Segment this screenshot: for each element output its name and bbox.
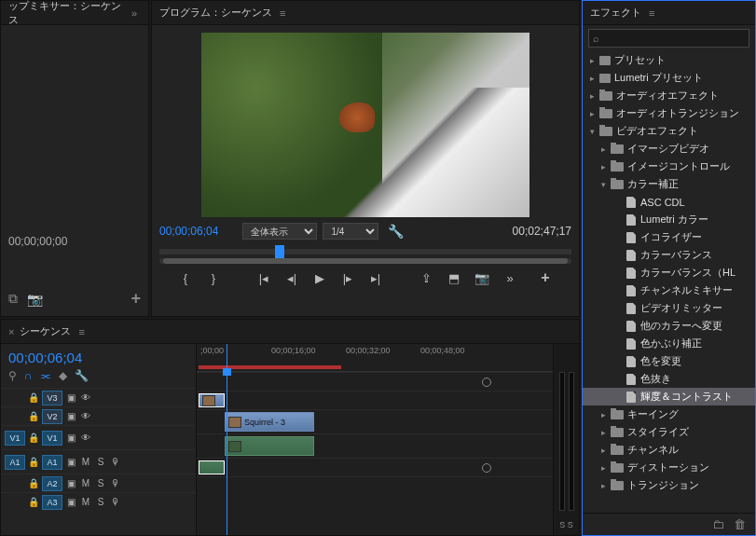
mic-icon[interactable]: 🎙: [109, 457, 122, 467]
tree-channel[interactable]: ▸チャンネル: [583, 441, 755, 459]
toggle-output-icon[interactable]: ▣: [64, 433, 77, 443]
snapshot-icon[interactable]: 📷: [27, 292, 43, 307]
snap-icon[interactable]: ⚲: [8, 369, 17, 382]
clip-a2[interactable]: [199, 460, 225, 474]
tree-transition[interactable]: ▸トランジション: [583, 476, 755, 494]
toggle-output-icon[interactable]: ▣: [64, 392, 77, 403]
work-area-bar[interactable]: [199, 365, 341, 369]
tree-immersive[interactable]: ▸イマーシブビデオ: [583, 140, 755, 158]
track-a3[interactable]: [197, 476, 553, 495]
track-a1[interactable]: [197, 433, 553, 458]
tree-image-control[interactable]: ▸イメージコントロール: [583, 158, 755, 175]
settings-wrench-icon[interactable]: 🔧: [75, 369, 89, 382]
clip-v1[interactable]: Squirrel - 3: [225, 412, 314, 432]
tree-item-tint[interactable]: 色かぶり補正: [583, 335, 755, 352]
lock-icon[interactable]: 🔒: [27, 433, 40, 443]
tree-lumetri-presets[interactable]: ▸Lumetri プリセット: [583, 69, 755, 87]
lock-icon[interactable]: 🔒: [27, 392, 40, 403]
toggle-output-icon[interactable]: ▣: [64, 457, 77, 467]
program-time-ruler[interactable]: [159, 241, 571, 264]
toggle-output-icon[interactable]: ▣: [64, 411, 77, 421]
export-frame-icon[interactable]: ⧉: [8, 291, 18, 307]
timeline-ruler[interactable]: ;00;00 00;00;16;00 00;00;32;00 00;00;48;…: [197, 344, 553, 372]
step-forward-icon[interactable]: |▸: [340, 271, 355, 285]
audio-mixer-header[interactable]: ップミキサー：シーケンス »: [1, 1, 148, 25]
eye-icon[interactable]: 👁: [79, 392, 92, 403]
tree-color-correction[interactable]: ▾カラー補正: [583, 175, 755, 193]
panel-menu-icon[interactable]: ≡: [280, 7, 285, 19]
toggle-output-icon[interactable]: ▣: [64, 497, 77, 507]
track-header-v3[interactable]: 🔒V3▣👁: [1, 388, 196, 406]
new-bin-icon[interactable]: 🗀: [712, 517, 724, 531]
solo-button[interactable]: S: [94, 497, 107, 507]
lock-icon[interactable]: 🔒: [27, 478, 40, 488]
tree-item-video-limiter[interactable]: ビデオリミッター: [583, 299, 755, 317]
program-zoom-scrollbar[interactable]: [163, 258, 568, 264]
go-to-out-icon[interactable]: ▸|: [368, 271, 383, 285]
tree-item-equalize[interactable]: イコライザー: [583, 228, 755, 246]
solo-button[interactable]: S: [94, 478, 107, 488]
effects-search-input[interactable]: ⌕: [588, 29, 749, 48]
mute-button[interactable]: M: [79, 497, 92, 507]
timeline-tracks-area[interactable]: ;00;00 00;00;16;00 00;00;32;00 00;00;48;…: [197, 344, 553, 535]
tree-video-effects[interactable]: ▾ビデオエフェクト: [583, 122, 755, 140]
tree-audio-transitions[interactable]: ▸オーディオトランジション: [583, 104, 755, 122]
panel-overflow-icon[interactable]: »: [128, 7, 141, 19]
track-v2[interactable]: [197, 391, 553, 409]
program-timecode-current[interactable]: 00;00;06;04: [159, 225, 218, 238]
tree-item-lumetri-color[interactable]: Lumetri カラー: [583, 211, 755, 228]
extract-icon[interactable]: ⬒: [447, 271, 461, 285]
resolution-select[interactable]: 1/4: [323, 223, 378, 240]
tree-item-change-to-color[interactable]: 他のカラーへ変更: [583, 317, 755, 335]
lift-icon[interactable]: ⇪: [419, 271, 433, 285]
tree-item-color-balance-hls[interactable]: カラーバランス（HL: [583, 264, 755, 282]
track-header-a2[interactable]: 🔒A2▣MS🎙: [1, 474, 196, 492]
eye-icon[interactable]: 👁: [79, 433, 92, 443]
panel-menu-icon[interactable]: ≡: [649, 7, 654, 19]
mute-button[interactable]: M: [79, 478, 92, 488]
export-frame-icon[interactable]: 📷: [474, 271, 489, 285]
meter-solo-label[interactable]: S S: [554, 520, 579, 529]
tree-presets[interactable]: ▸プリセット: [583, 51, 755, 69]
tree-item-channel-mixer[interactable]: チャンネルミキサー: [583, 282, 755, 299]
step-back-icon[interactable]: ◂|: [284, 271, 299, 285]
solo-button[interactable]: S: [94, 457, 107, 467]
audiomixer-timecode[interactable]: 00;00;00;00: [8, 235, 141, 248]
tree-item-color-remove[interactable]: 色抜き: [583, 370, 755, 388]
track-v3[interactable]: [197, 372, 553, 391]
settings-wrench-icon[interactable]: 🔧: [388, 224, 404, 239]
tree-item-asc-cdl[interactable]: ASC CDL: [583, 193, 755, 211]
program-viewport[interactable]: [201, 33, 529, 217]
overflow-icon[interactable]: »: [502, 271, 517, 285]
lock-icon[interactable]: 🔒: [27, 457, 40, 467]
fit-select[interactable]: 全体表示: [242, 223, 317, 240]
track-header-v2[interactable]: 🔒V2▣👁: [1, 406, 196, 425]
lock-icon[interactable]: 🔒: [27, 497, 40, 507]
program-timecode-duration[interactable]: 00;02;47;17: [513, 225, 571, 238]
play-icon[interactable]: ▶: [312, 271, 327, 285]
track-header-a3[interactable]: 🔒A3▣MS🎙: [1, 492, 196, 511]
clip-v2[interactable]: [199, 393, 225, 407]
close-icon[interactable]: ×: [8, 326, 14, 337]
tree-item-change-color[interactable]: 色を変更: [583, 352, 755, 370]
program-playhead[interactable]: [275, 245, 284, 258]
mute-button[interactable]: M: [79, 457, 92, 467]
clip-a1[interactable]: [225, 436, 314, 456]
mic-icon[interactable]: 🎙: [109, 497, 122, 507]
timeline-playhead[interactable]: [227, 344, 227, 535]
add-button-icon[interactable]: +: [131, 289, 141, 309]
tree-item-color-balance[interactable]: カラーバランス: [583, 246, 755, 264]
eye-icon[interactable]: 👁: [79, 411, 92, 421]
panel-menu-icon[interactable]: ≡: [78, 326, 84, 337]
effects-header[interactable]: エフェクト ≡: [583, 1, 755, 25]
mic-icon[interactable]: 🎙: [109, 478, 122, 488]
track-v1[interactable]: Squirrel - 3: [197, 409, 553, 433]
timeline-header[interactable]: × シーケンス ≡: [1, 320, 579, 344]
track-header-a1[interactable]: A1🔒A1▣MS🎙: [1, 449, 196, 474]
tree-keying[interactable]: ▸キーイング: [583, 405, 755, 423]
magnet-icon[interactable]: ∩: [24, 369, 33, 382]
track-a2[interactable]: [197, 458, 553, 476]
program-header[interactable]: プログラム：シーケンス ≡: [152, 1, 579, 25]
mark-in-icon[interactable]: {: [178, 271, 193, 285]
go-to-in-icon[interactable]: |◂: [256, 271, 271, 285]
